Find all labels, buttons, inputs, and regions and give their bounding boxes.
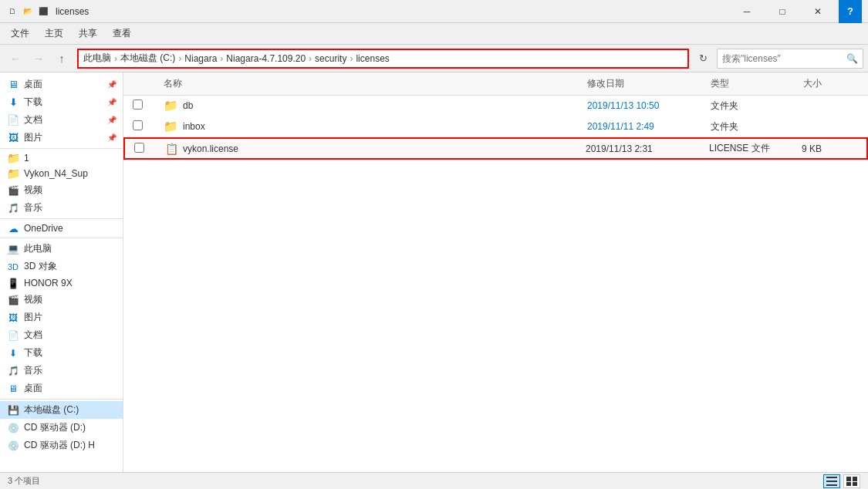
pin-icon2: 📌	[107, 98, 117, 106]
title-bar-small-icon: ⬛	[37, 5, 49, 18]
sidebar-label-pc-desktop: 桌面	[24, 382, 42, 395]
sidebar-label-pc-download: 下载	[24, 346, 42, 359]
folder-icon-inbox: 📁	[164, 120, 178, 133]
drive-icon: 💾	[6, 405, 20, 416]
sidebar-item-thispc[interactable]: 💻 此电脑	[0, 240, 123, 258]
folder-icon-1: 📁	[6, 153, 20, 164]
row-name-inbox: 📁 inbox	[160, 118, 584, 135]
docs-icon: 📄	[6, 115, 20, 126]
cd-icon: 💿	[6, 423, 20, 433]
row-checkbox-license	[131, 141, 162, 157]
3d-icon: 3D	[6, 261, 20, 272]
row-modified-inbox: 2019/11/11 2:49	[584, 120, 708, 133]
cloud-icon: ☁	[6, 223, 20, 234]
menu-share[interactable]: 共享	[71, 24, 105, 43]
sidebar-label-drive-d2: CD 驱动器 (D:) H	[24, 439, 95, 452]
sidebar-item-pc-music[interactable]: 🎵 音乐	[0, 362, 123, 379]
sidebar-item-1[interactable]: 📁 1	[0, 150, 123, 166]
sidebar-item-download[interactable]: ⬇ 下载 📌	[0, 93, 123, 111]
file-row-inbox[interactable]: 📁 inbox 2019/11/11 2:49 文件夹	[123, 116, 868, 137]
nav-bar: ← → ↑ 此电脑 › 本地磁盘 (C:) › Niagara › Niagar…	[0, 45, 868, 73]
sidebar-item-pc-download[interactable]: ⬇ 下载	[0, 344, 123, 362]
sidebar-item-desktop[interactable]: 🖥 桌面 📌	[0, 76, 123, 93]
sidebar-label-music: 音乐	[24, 201, 42, 214]
maximize-button[interactable]: □	[765, 0, 800, 23]
refresh-button[interactable]: ↻	[694, 49, 712, 68]
search-bar[interactable]: 🔍	[717, 49, 863, 69]
sidebar-item-music[interactable]: 🎵 音乐	[0, 199, 123, 217]
search-icon: 🔍	[846, 53, 858, 64]
sidebar-item-vykon[interactable]: 📁 Vykon_N4_Sup	[0, 166, 123, 181]
sidebar-item-3d[interactable]: 3D 3D 对象	[0, 258, 123, 275]
filename-db: db	[183, 100, 193, 111]
divider1	[0, 148, 123, 149]
desktop-icon2: 🖥	[6, 383, 20, 394]
up-button[interactable]: ↑	[51, 48, 73, 69]
search-input[interactable]	[722, 53, 846, 64]
sidebar-item-images[interactable]: 🖼 图片 📌	[0, 129, 123, 147]
desktop-icon: 🖥	[6, 79, 20, 90]
download-icon: ⬇	[6, 97, 20, 108]
sidebar-label-pc-music: 音乐	[24, 364, 42, 377]
sidebar-item-pc-desktop[interactable]: 🖥 桌面	[0, 379, 123, 397]
row-modified-db: 2019/11/13 10:50	[584, 99, 708, 113]
sidebar-label-images: 图片	[24, 131, 42, 144]
sidebar-item-drive-d[interactable]: 💿 CD 驱动器 (D:)	[0, 419, 123, 437]
sidebar-item-drive-d2[interactable]: 💿 CD 驱动器 (D:) H	[0, 437, 123, 454]
svg-rect-1	[826, 481, 837, 482]
checkbox-db[interactable]	[133, 99, 143, 110]
sidebar-label-docs: 文档	[24, 113, 42, 126]
close-button[interactable]: ✕	[800, 0, 836, 23]
minimize-button[interactable]: ─	[729, 0, 765, 23]
sidebar-item-drive-c[interactable]: 💾 本地磁盘 (C:)	[0, 401, 123, 419]
header-type[interactable]: 类型	[708, 76, 800, 92]
sidebar-label-pc-docs: 文档	[24, 329, 42, 342]
sidebar-item-video[interactable]: 🎬 视频	[0, 181, 123, 199]
sidebar-item-pc-docs[interactable]: 📄 文档	[0, 326, 123, 344]
sidebar-label-onedrive: OneDrive	[24, 223, 63, 234]
breadcrumb-security: security	[315, 53, 346, 64]
sidebar-item-pc-video[interactable]: 🎬 视频	[0, 291, 123, 309]
sidebar-item-onedrive[interactable]: ☁ OneDrive	[0, 221, 123, 236]
pc-icon: 💻	[6, 244, 20, 255]
folder-icon-db: 📁	[164, 99, 178, 113]
divider3	[0, 238, 123, 238]
sidebar-label-drive-d: CD 驱动器 (D:)	[24, 421, 86, 434]
address-bar[interactable]: 此电脑 › 本地磁盘 (C:) › Niagara › Niagara-4.7.…	[77, 49, 689, 69]
header-name[interactable]: 名称	[160, 76, 584, 92]
header-size[interactable]: 大小	[800, 76, 862, 92]
title-bar-folder-icon: 📂	[22, 5, 34, 18]
sidebar-label-thispc: 此电脑	[24, 242, 52, 255]
breadcrumb-pc: 此电脑	[83, 52, 111, 65]
sidebar-label-vykon: Vykon_N4_Sup	[24, 168, 88, 179]
view-controls	[823, 474, 860, 488]
details-view-button[interactable]	[823, 474, 840, 488]
title-bar: 🗋 📂 ⬛ licenses ─ □ ✕ ?	[0, 0, 868, 23]
menu-bar: 文件 主页 共享 查看	[0, 23, 868, 45]
pin-icon3: 📌	[107, 116, 117, 124]
sidebar-item-docs[interactable]: 📄 文档 📌	[0, 111, 123, 129]
sidebar-item-pc-images[interactable]: 🖼 图片	[0, 309, 123, 326]
row-checkbox	[130, 98, 160, 113]
sidebar-item-honor[interactable]: 📱 HONOR 9X	[0, 275, 123, 291]
pin-icon4: 📌	[107, 133, 117, 142]
menu-home[interactable]: 主页	[37, 24, 71, 43]
divider4	[0, 399, 123, 400]
file-row-license[interactable]: 📋 vykon.license 2019/11/13 2:31 LICENSE …	[123, 137, 868, 160]
menu-file[interactable]: 文件	[3, 24, 37, 43]
row-type-inbox: 文件夹	[708, 119, 800, 135]
header-modified[interactable]: 修改日期	[584, 76, 708, 92]
menu-view[interactable]: 查看	[105, 24, 139, 43]
sidebar-label-drive-c: 本地磁盘 (C:)	[24, 403, 79, 416]
svg-rect-3	[846, 477, 851, 481]
doc-icon2: 📄	[6, 330, 20, 341]
checkbox-inbox[interactable]	[133, 120, 143, 130]
help-button[interactable]: ?	[839, 0, 862, 23]
back-button[interactable]: ←	[5, 48, 26, 69]
image-icon2: 🖼	[6, 312, 20, 323]
forward-button[interactable]: →	[28, 48, 49, 69]
large-icons-view-button[interactable]	[843, 474, 860, 488]
file-row-db[interactable]: 📁 db 2019/11/13 10:50 文件夹	[123, 96, 868, 116]
checkbox-license[interactable]	[134, 143, 144, 153]
sidebar-label-honor: HONOR 9X	[24, 278, 73, 288]
